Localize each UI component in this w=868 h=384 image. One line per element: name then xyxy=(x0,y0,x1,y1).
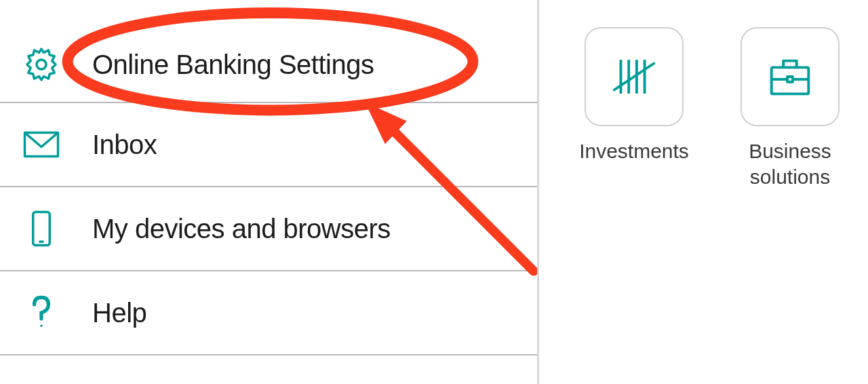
tile-label: Business solutions xyxy=(736,138,844,189)
envelope-icon xyxy=(18,121,65,168)
sidebar-item-online-banking-settings[interactable]: Online Banking Settings xyxy=(0,27,537,103)
svg-point-0 xyxy=(37,60,46,69)
tile-label: Investments xyxy=(579,138,689,164)
tally-icon xyxy=(585,27,684,126)
tiles-row: Investments Business solutions xyxy=(539,0,868,384)
sidebar-item-inbox[interactable]: Inbox xyxy=(0,103,537,187)
svg-rect-2 xyxy=(33,212,50,246)
phone-icon xyxy=(18,205,65,252)
question-icon xyxy=(18,289,65,337)
sidebar-item-devices-browsers[interactable]: My devices and browsers xyxy=(0,187,537,271)
sidebar-item-label: Inbox xyxy=(92,129,157,160)
tile-investments[interactable]: Investments xyxy=(580,27,688,384)
svg-rect-14 xyxy=(787,77,793,82)
svg-point-4 xyxy=(40,325,43,328)
briefcase-icon xyxy=(741,27,840,126)
sidebar-item-label: Online Banking Settings xyxy=(92,49,374,80)
sidebar-item-label: Help xyxy=(92,297,146,328)
tile-business-solutions[interactable]: Business solutions xyxy=(736,27,844,384)
gear-icon xyxy=(18,41,65,88)
sidebar-item-label: My devices and browsers xyxy=(92,213,391,244)
sidebar-item-help[interactable]: Help xyxy=(0,271,537,356)
page-root: Online Banking Settings Inbox My devices… xyxy=(0,0,868,384)
sidebar: Online Banking Settings Inbox My devices… xyxy=(0,0,539,384)
